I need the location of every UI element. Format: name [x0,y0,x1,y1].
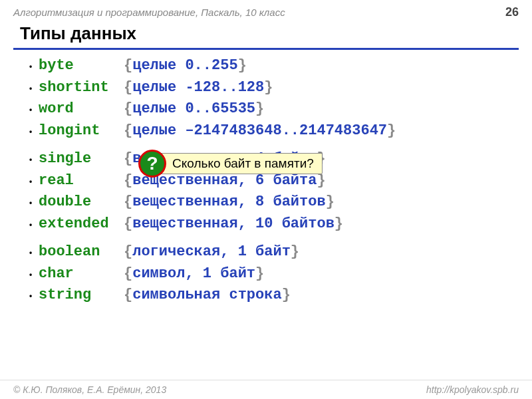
brace-open: { [124,148,132,170]
bullet-icon: • [29,198,39,209]
bullet-icon: • [29,219,39,231]
bullet-icon: • [29,83,39,95]
brace-close: } [291,241,299,263]
brace-close: } [387,120,396,142]
bullet-icon: • [29,104,39,116]
brace-close: } [282,285,291,307]
brace-open: { [124,77,132,99]
type-description: символьная строка [132,285,281,307]
type-row: •longint{ целые –2147483648..2147483647 … [29,120,519,142]
copyright: © К.Ю. Поляков, Е.А. Ерёмин, 2013 [13,384,166,395]
type-row: •shortint{ целые -128..128 } [29,77,519,99]
type-row: •word{ целые 0..65535 } [29,98,519,120]
brace-open: { [124,263,132,285]
type-keyword: shortint [39,77,124,99]
footer-url: http://kpolyakov.spb.ru [426,384,519,395]
type-description: логическая, 1 байт [132,241,291,263]
slide-title: Типы данных [0,22,532,48]
brace-open: { [124,192,132,213]
question-icon: ? [138,150,166,178]
type-row: •byte{ целые 0..255 } [29,55,519,77]
bullet-icon: • [29,247,39,259]
brace-open: { [124,285,132,307]
title-underline [13,48,519,50]
type-keyword: byte [39,55,124,77]
page-number: 26 [505,5,519,19]
type-description: вещественная, 10 байтов [132,213,334,235]
type-row: •char{ символ, 1 байт } [29,263,519,285]
type-description: вещественная, 8 байтов [132,192,325,213]
type-description: целые –2147483648..2147483647 [132,120,387,142]
type-description: целые 0..65535 [132,98,255,120]
brace-close: } [255,98,264,120]
brace-open: { [124,120,132,142]
type-row: •string{ символьная строка } [29,285,519,307]
brace-close: } [334,213,343,235]
bullet-icon: • [29,176,39,188]
type-row: •boolean{ логическая, 1 байт } [29,241,519,263]
type-keyword: boolean [39,241,124,263]
bullet-icon: • [29,154,39,166]
type-row: •double{ вещественная, 8 байтов } [29,192,519,213]
type-description: символ, 1 байт [132,263,255,285]
course-title: Алгоритмизация и программирование, Паска… [13,7,285,18]
brace-open: { [124,241,132,263]
question-text: Сколько байт в памяти? [158,153,323,174]
type-keyword: double [39,192,124,213]
brace-close: } [326,192,334,213]
type-keyword: word [39,98,124,120]
question-callout: ? Сколько байт в памяти? [138,150,323,178]
brace-open: { [124,55,132,77]
brace-open: { [124,213,132,235]
brace-close: } [264,77,273,99]
type-keyword: real [39,170,124,192]
brace-open: { [124,98,132,120]
type-description: целые -128..128 [132,77,264,99]
brace-close: } [238,55,247,77]
slide-header: Алгоритмизация и программирование, Паска… [0,0,532,22]
type-keyword: char [39,263,124,285]
type-keyword: extended [39,213,124,235]
brace-close: } [255,263,264,285]
bullet-icon: • [29,126,39,138]
bullet-icon: • [29,269,39,281]
type-row: •extended{ вещественная, 10 байтов } [29,213,519,235]
type-keyword: longint [39,120,124,142]
bullet-icon: • [29,291,39,303]
slide-footer: © К.Ю. Поляков, Е.А. Ерёмин, 2013 http:/… [0,380,532,395]
type-keyword: string [39,285,124,307]
type-keyword: single [39,148,124,170]
type-description: целые 0..255 [132,55,237,77]
bullet-icon: • [29,61,39,73]
type-list: •byte{ целые 0..255 }•shortint{ целые -1… [0,55,532,307]
brace-open: { [124,170,132,192]
